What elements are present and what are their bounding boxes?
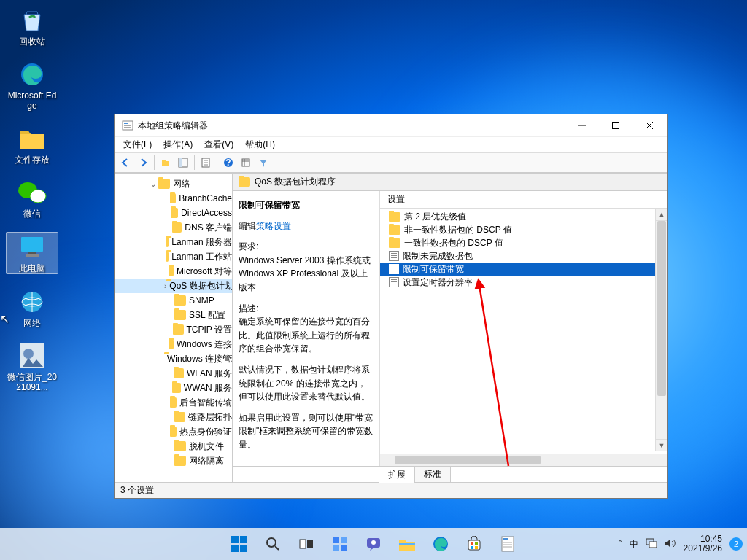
svg-rect-18 (179, 158, 182, 167)
svg-rect-47 (649, 542, 657, 548)
desktop-icon-wechat-image[interactable]: 微信图片_2021091... (6, 341, 58, 392)
svg-rect-32 (341, 537, 347, 543)
svg-rect-45 (503, 538, 508, 540)
desktop-icon-file-store[interactable]: 文件存放 (6, 124, 58, 165)
back-button[interactable] (117, 155, 133, 171)
clock[interactable]: 10:452021/9/26 (684, 534, 722, 553)
tree-node[interactable]: WWAN 服务 (115, 381, 232, 395)
system-tray[interactable]: ˄ 中 10:452021/9/26 2 (618, 534, 743, 553)
help-button[interactable]: ? (220, 155, 236, 171)
tab-extended[interactable]: 扩展 (379, 467, 415, 483)
svg-rect-16 (162, 160, 166, 162)
tree-node[interactable]: DNS 客户端 (115, 220, 232, 235)
settings-list-pane: 设置 第 2 层优先级值非一致性数据包的 DSCP 值一致性数据包的 DSCP … (380, 191, 667, 466)
search-button[interactable] (258, 529, 287, 559)
filter-button[interactable] (255, 155, 271, 171)
desktop-icon-network[interactable]: 网络 (6, 287, 58, 328)
forward-button[interactable] (135, 155, 151, 171)
list-item[interactable]: 非一致性数据包的 DSCP 值 (380, 223, 667, 236)
icon-label: 微信 (23, 209, 41, 219)
list-item[interactable]: 限制未完成数据包 (380, 249, 667, 262)
horizontal-scrollbar[interactable] (380, 454, 667, 466)
chat-button[interactable] (359, 529, 388, 559)
tab-standard[interactable]: 标准 (414, 466, 451, 482)
svg-rect-37 (399, 543, 415, 545)
list-item[interactable]: 设置定时器分辨率 (380, 276, 667, 289)
list-item[interactable]: 限制可保留带宽 (380, 262, 667, 276)
tree-node[interactable]: ›QoS 数据包计划程序 (115, 279, 232, 293)
svg-rect-12 (124, 125, 131, 126)
tree-node[interactable]: Lanman 工作站 (115, 249, 232, 264)
volume-icon[interactable] (665, 538, 676, 551)
titlebar[interactable]: 本地组策略编辑器 (115, 114, 667, 136)
tree-node[interactable]: 后台智能传输 (115, 395, 232, 410)
desktop-icons: 回收站 Microsoft Edge 文件存放 微信 此电脑 网络 微信图片_2… (6, 6, 58, 392)
menu-action[interactable]: 操作(A) (159, 137, 197, 152)
ime-indicator[interactable]: 中 (630, 538, 638, 551)
list-header[interactable]: 设置 (380, 191, 667, 209)
tray-chevron-icon[interactable]: ˄ (618, 539, 622, 549)
store-button[interactable] (460, 529, 489, 559)
desktop-icon-edge[interactable]: Microsoft Edge (6, 60, 58, 111)
icon-label: 网络 (23, 318, 41, 328)
list-item[interactable]: 第 2 层优先级值 (380, 210, 667, 223)
desktop-icon-wechat[interactable]: 微信 (6, 178, 58, 219)
options-button[interactable] (238, 155, 254, 171)
notification-badge[interactable]: 2 (729, 537, 743, 551)
svg-rect-14 (613, 122, 619, 129)
view-tabs: 扩展 标准 (233, 466, 667, 482)
up-button[interactable] (158, 155, 174, 171)
network-icon[interactable] (646, 538, 657, 551)
tree-node[interactable]: Windows 连接 (115, 337, 232, 351)
svg-rect-43 (475, 546, 478, 549)
description-pane: 限制可保留带宽 编辑策略设置 要求:Windows Server 2003 操作… (233, 191, 380, 466)
tree-node[interactable]: 热点身份验证 (115, 424, 232, 439)
list-item[interactable]: 一致性数据包的 DSCP 值 (380, 236, 667, 249)
menu-help[interactable]: 帮助(H) (241, 137, 279, 152)
menu-file[interactable]: 文件(F) (119, 137, 156, 152)
svg-point-2 (30, 190, 46, 203)
menubar: 文件(F) 操作(A) 查看(V) 帮助(H) (115, 136, 667, 152)
tree-node[interactable]: WLAN 服务 (115, 366, 232, 381)
tree-node-parent[interactable]: ⌄网络 (115, 176, 232, 191)
tree-node[interactable]: Lanman 服务器 (115, 235, 232, 249)
maximize-button[interactable] (599, 114, 632, 136)
svg-rect-5 (26, 254, 39, 257)
edit-policy-link[interactable]: 策略设置 (256, 221, 291, 231)
tree-node[interactable]: SNMP (115, 293, 232, 308)
svg-rect-29 (300, 540, 306, 548)
icon-label: 此电脑 (19, 263, 45, 273)
taskbar[interactable]: ˄ 中 10:452021/9/26 2 (0, 528, 747, 560)
svg-rect-33 (333, 545, 339, 551)
icon-label: Microsoft Edge (6, 90, 58, 111)
icon-label: 文件存放 (15, 155, 50, 165)
tree-pane[interactable]: ⌄网络 BranchCacheDirectAccessDNS 客户端Lanman… (115, 174, 233, 482)
desc-title: 限制可保留带宽 (239, 198, 374, 212)
tree-node[interactable]: Windows 连接管理器 (115, 351, 232, 366)
tree-node[interactable]: 网络隔离 (115, 454, 232, 468)
taskview-button[interactable] (292, 529, 321, 559)
tree-node[interactable]: SSL 配置 (115, 308, 232, 322)
gpedit-taskbar-button[interactable] (493, 529, 522, 559)
menu-view[interactable]: 查看(V) (200, 137, 238, 152)
show-hide-tree-button[interactable] (175, 155, 191, 171)
explorer-button[interactable] (392, 529, 422, 559)
minimize-button[interactable] (565, 114, 599, 136)
tree-node[interactable]: Microsoft 对等 (115, 264, 232, 279)
svg-point-28 (267, 538, 276, 547)
right-pane: QoS 数据包计划程序 限制可保留带宽 编辑策略设置 要求:Windows Se… (233, 174, 667, 482)
properties-button[interactable] (198, 155, 214, 171)
desktop-icon-recycle-bin[interactable]: 回收站 (6, 6, 58, 47)
tree-node[interactable]: DirectAccess (115, 206, 232, 220)
edge-taskbar-button[interactable] (426, 529, 455, 559)
tree-node[interactable]: BranchCache (115, 191, 232, 206)
desktop-icon-this-pc[interactable]: 此电脑 (6, 232, 58, 274)
vertical-scrollbar[interactable]: ▲▼ (655, 209, 667, 451)
icon-label: 微信图片_2021091... (6, 372, 58, 392)
tree-node[interactable]: 链路层拓扑 (115, 410, 232, 424)
tree-node[interactable]: 脱机文件 (115, 439, 232, 454)
close-button[interactable] (632, 114, 666, 136)
widgets-button[interactable] (325, 529, 355, 559)
tree-node[interactable]: TCPIP 设置 (115, 322, 232, 337)
start-button[interactable] (225, 529, 254, 559)
